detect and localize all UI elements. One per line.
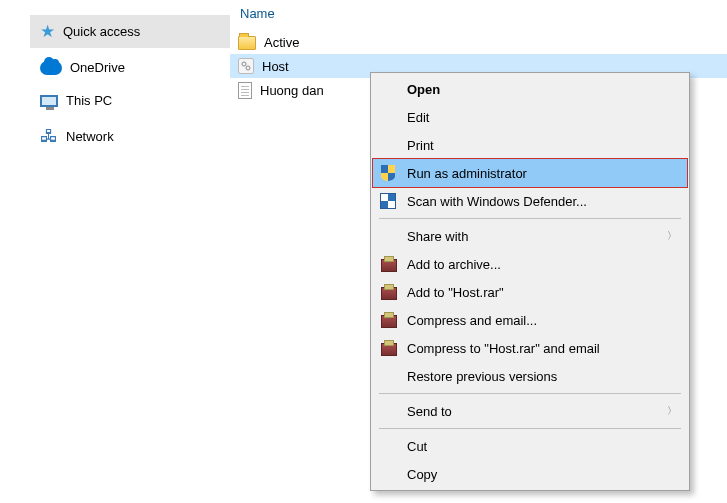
winrar-icon xyxy=(379,283,397,301)
monitor-icon xyxy=(40,95,58,107)
menu-label: Share with xyxy=(407,229,657,244)
winrar-icon xyxy=(379,311,397,329)
menu-item-print[interactable]: Print xyxy=(373,131,687,159)
menu-item-compress-email[interactable]: Compress and email... xyxy=(373,306,687,334)
context-menu: Open Edit Print Run as administrator Sca… xyxy=(370,72,690,491)
defender-icon xyxy=(379,192,397,210)
menu-separator xyxy=(379,428,681,429)
menu-item-open[interactable]: Open xyxy=(373,75,687,103)
chevron-right-icon: 〉 xyxy=(667,404,677,418)
sidebar-item-label: Network xyxy=(66,129,114,144)
shield-icon xyxy=(379,164,397,182)
winrar-icon xyxy=(379,339,397,357)
sidebar-item-onedrive[interactable]: OneDrive xyxy=(30,54,230,81)
file-name-label: Huong dan xyxy=(260,83,324,98)
menu-item-send-to[interactable]: Send to 〉 xyxy=(373,397,687,425)
menu-label: Compress and email... xyxy=(407,313,677,328)
column-header-name[interactable]: Name xyxy=(230,4,727,31)
sidebar-item-network[interactable]: 🖧 Network xyxy=(30,120,230,153)
menu-label: Compress to "Host.rar" and email xyxy=(407,341,677,356)
sidebar-item-label: OneDrive xyxy=(70,60,125,75)
file-name-label: Host xyxy=(262,59,289,74)
menu-item-run-as-administrator[interactable]: Run as administrator xyxy=(373,159,687,187)
menu-item-scan-defender[interactable]: Scan with Windows Defender... xyxy=(373,187,687,215)
menu-label: Cut xyxy=(407,439,677,454)
navigation-pane: ★ Quick access OneDrive This PC 🖧 Networ… xyxy=(0,0,230,503)
file-name-label: Active xyxy=(264,35,299,50)
sidebar-item-label: Quick access xyxy=(63,24,140,39)
menu-label: Open xyxy=(407,82,677,97)
sidebar-item-quick-access[interactable]: ★ Quick access xyxy=(30,15,230,48)
menu-item-add-to-hostrar[interactable]: Add to "Host.rar" xyxy=(373,278,687,306)
file-item-folder[interactable]: Active xyxy=(230,31,727,54)
menu-item-compress-hostrar-email[interactable]: Compress to "Host.rar" and email xyxy=(373,334,687,362)
menu-item-add-to-archive[interactable]: Add to archive... xyxy=(373,250,687,278)
winrar-icon xyxy=(379,255,397,273)
menu-label: Add to "Host.rar" xyxy=(407,285,677,300)
svg-point-0 xyxy=(242,62,246,66)
chevron-right-icon: 〉 xyxy=(667,229,677,243)
menu-label: Print xyxy=(407,138,677,153)
menu-item-copy[interactable]: Copy xyxy=(373,460,687,488)
menu-label: Restore previous versions xyxy=(407,369,677,384)
folder-icon xyxy=(238,36,256,50)
menu-separator xyxy=(379,218,681,219)
sidebar-item-this-pc[interactable]: This PC xyxy=(30,87,230,114)
menu-label: Run as administrator xyxy=(407,166,677,181)
sidebar-item-label: This PC xyxy=(66,93,112,108)
menu-item-restore-versions[interactable]: Restore previous versions xyxy=(373,362,687,390)
menu-label: Copy xyxy=(407,467,677,482)
menu-label: Add to archive... xyxy=(407,257,677,272)
menu-item-edit[interactable]: Edit xyxy=(373,103,687,131)
menu-label: Send to xyxy=(407,404,657,419)
menu-label: Scan with Windows Defender... xyxy=(407,194,677,209)
menu-item-share-with[interactable]: Share with 〉 xyxy=(373,222,687,250)
svg-point-1 xyxy=(246,66,250,70)
star-icon: ★ xyxy=(40,21,55,42)
text-file-icon xyxy=(238,82,252,99)
menu-separator xyxy=(379,393,681,394)
cloud-icon xyxy=(40,61,62,75)
menu-item-cut[interactable]: Cut xyxy=(373,432,687,460)
menu-label: Edit xyxy=(407,110,677,125)
batch-file-icon xyxy=(238,58,254,74)
network-icon: 🖧 xyxy=(40,126,58,147)
